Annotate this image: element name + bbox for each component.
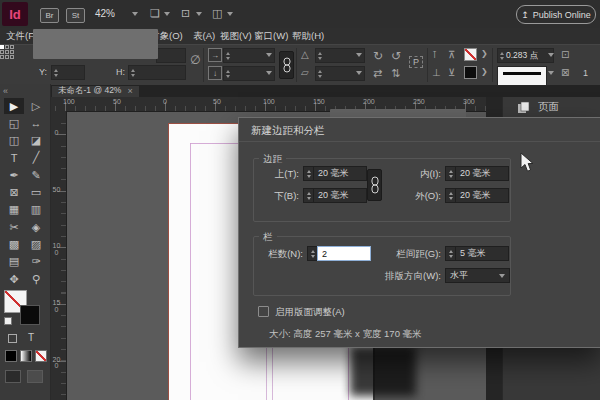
rectangle-frame-tool[interactable]: ⊠ (4, 185, 24, 201)
gradient-feather-tool[interactable]: ▨ (26, 236, 46, 252)
rotate-ccw-icon[interactable]: ↺ (391, 49, 401, 63)
distribute-icon[interactable]: ⊼ (448, 49, 455, 60)
stroke-style-field[interactable] (497, 66, 547, 86)
rotate-cw-icon[interactable]: ↻ (373, 49, 383, 63)
pencil-tool[interactable]: ✎ (26, 167, 46, 183)
tools-panel: « T ▶◱◫T✒⊠▦✂▩▤✥▷↔◪╱✎▭▥◈▨✑⚲ (0, 84, 51, 400)
formatting-container-icon[interactable] (8, 334, 17, 343)
menu-item-4[interactable]: 窗口(W) (254, 30, 288, 43)
document-preset-dropdown-icon[interactable] (164, 12, 170, 16)
document-preset-icon[interactable]: ❏ (150, 7, 160, 20)
screen-layout-icon[interactable]: ◫ (212, 7, 222, 20)
columns-count-field[interactable]: 2 (307, 246, 371, 261)
zoom-level-dropdown-icon[interactable] (132, 12, 138, 16)
scale-y-dropdown-icon[interactable] (266, 71, 272, 75)
margin-bottom-value[interactable]: 20 毫米 (313, 188, 367, 203)
gap-tool[interactable]: ↔ (26, 115, 46, 131)
direct-selection-tool[interactable]: ▷ (26, 98, 46, 114)
margin-top-value[interactable]: 20 毫米 (313, 166, 367, 181)
zoom-tool[interactable]: ⚲ (26, 271, 46, 287)
columns-count-value[interactable]: 2 (317, 246, 371, 261)
screen-layout-dropdown-icon[interactable] (227, 12, 233, 16)
selection-tool[interactable]: ▶ (4, 98, 24, 114)
free-transform-tool[interactable]: ◈ (26, 219, 46, 235)
scissors-tool[interactable]: ✂ (4, 219, 24, 235)
menu-item-2[interactable]: 表(A) (193, 30, 215, 43)
link-scale-icon[interactable] (279, 51, 294, 79)
grid-tool[interactable]: ▥ (26, 202, 46, 218)
direction-dropdown[interactable]: 水平 (445, 268, 510, 283)
content-placer-tool[interactable]: ◪ (26, 133, 46, 149)
menu-item-5[interactable]: 帮助(H) (292, 30, 324, 43)
apply-gradient-swatch[interactable] (20, 350, 32, 362)
hand-tool[interactable]: ✥ (4, 271, 24, 287)
frame-adornment-dropdown-icon[interactable] (196, 12, 202, 16)
screen-mode-preview-button[interactable] (27, 370, 43, 383)
margin-inside-field[interactable]: 20 毫米 (445, 166, 509, 181)
stroke-weight-dropdown-icon[interactable] (548, 53, 554, 57)
vertical-ruler[interactable]: 050100150200 (50, 111, 67, 400)
flip-vertical-icon[interactable]: ⇅ (391, 67, 400, 80)
stroke-black-swatch[interactable] (20, 305, 40, 325)
line-tool[interactable]: ╱ (26, 150, 46, 166)
rotation-dropdown-icon[interactable] (356, 53, 362, 57)
margin-inside-stepper[interactable] (445, 166, 455, 181)
fill-flyout-icon[interactable]: ❯ (481, 67, 488, 76)
align-bottom-icon[interactable]: ⊥ (432, 67, 441, 78)
gutter-value[interactable]: 5 毫米 (455, 246, 509, 261)
margin-outside-value[interactable]: 20 毫米 (455, 188, 509, 203)
reference-point-proxy[interactable] (0, 45, 16, 61)
margin-outside-field[interactable]: 20 毫米 (445, 188, 509, 203)
stroke-none-swatch[interactable] (464, 48, 477, 61)
rectangle-tool[interactable]: ▭ (26, 185, 46, 201)
pages-panel-button[interactable]: 页面 (517, 100, 559, 114)
margin-bottom-stepper[interactable] (303, 188, 313, 203)
align-top-icon[interactable]: ⊺ (432, 49, 437, 60)
note-tool[interactable]: ▤ (4, 254, 24, 270)
margin-top-field[interactable]: 20 毫米 (303, 166, 367, 181)
apply-color-swatch[interactable] (5, 350, 17, 362)
distribute-v-icon[interactable]: ⊻ (448, 67, 455, 78)
y-field[interactable] (51, 65, 85, 80)
margin-top-stepper[interactable] (303, 166, 313, 181)
columns-count-stepper[interactable] (307, 246, 317, 261)
zoom-level-value[interactable]: 42% (95, 8, 115, 19)
margin-bottom-field[interactable]: 20 毫米 (303, 188, 367, 203)
effects-icon[interactable]: ⊠ (561, 67, 569, 78)
flip-horizontal-icon[interactable]: ⇄ (373, 67, 382, 80)
layout-adjustment-checkbox[interactable] (258, 306, 269, 317)
stroke-style-dropdown-icon[interactable] (548, 71, 554, 75)
stroke-weight-field[interactable]: 0.283 点 (497, 48, 554, 63)
margin-outside-stepper[interactable] (445, 188, 455, 203)
stroke-flyout-icon[interactable]: ❯ (481, 49, 488, 58)
default-fill-stroke-icon[interactable] (4, 317, 12, 325)
corner-options-icon[interactable]: ⊡ (561, 49, 569, 60)
formatting-text-icon[interactable]: T (28, 332, 34, 343)
collapse-tools-icon[interactable]: « (3, 86, 8, 96)
make-all-settings-same-icon[interactable] (367, 169, 382, 201)
apply-none-swatch[interactable] (35, 350, 47, 362)
page-tool[interactable]: ◱ (4, 115, 24, 131)
scale-x-dropdown-icon[interactable] (266, 53, 272, 57)
gradient-swatch-tool[interactable]: ▩ (4, 236, 24, 252)
stock-button[interactable]: St (66, 8, 85, 23)
bridge-button[interactable]: Br (40, 8, 59, 23)
shear-dropdown-icon[interactable] (356, 71, 362, 75)
gutter-stepper[interactable] (445, 246, 455, 261)
gutter-field[interactable]: 5 毫米 (445, 246, 509, 261)
frame-adornment-icon[interactable]: ⊡ (181, 7, 190, 20)
close-tab-icon[interactable]: × (127, 86, 132, 96)
x-field[interactable] (156, 48, 186, 63)
h-field[interactable] (128, 65, 186, 80)
margin-inside-value[interactable]: 20 毫米 (455, 166, 509, 181)
type-tool[interactable]: T (4, 150, 24, 166)
menu-item-3[interactable]: 视图(V) (220, 30, 252, 43)
constrain-off-icon[interactable]: ∅ (190, 53, 200, 67)
content-collector-tool[interactable]: ◫ (4, 133, 24, 149)
pen-tool[interactable]: ✒ (4, 167, 24, 183)
fill-black-swatch[interactable] (464, 66, 477, 79)
eyedropper-tool[interactable]: ✑ (26, 254, 46, 270)
publish-online-button[interactable]: ↥ Publish Online (516, 5, 596, 24)
screen-mode-normal-button[interactable] (5, 370, 21, 383)
table-tool[interactable]: ▦ (4, 202, 24, 218)
